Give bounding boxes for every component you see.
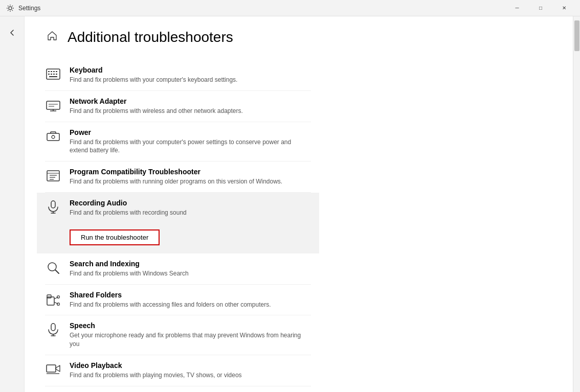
svg-point-20	[52, 135, 55, 139]
back-icon	[9, 30, 15, 36]
network-name: Network Adapter	[70, 97, 311, 105]
main-content: Additional troubleshooters	[25, 16, 573, 392]
troubleshooter-item-compat[interactable]: Program Compatibility Troubleshooter Fin…	[45, 162, 311, 193]
compat-icon	[45, 168, 61, 184]
page-title: Additional troubleshooters	[68, 29, 233, 45]
content-area: Additional troubleshooters	[0, 16, 580, 392]
run-button-container: Run the troubleshooter	[37, 223, 319, 253]
recording-name: Recording Audio	[70, 199, 311, 207]
svg-rect-10	[49, 76, 57, 77]
troubleshooter-item-search[interactable]: Search and Indexing Find and fix problem…	[45, 253, 311, 285]
keyboard-name: Keyboard	[70, 66, 311, 74]
svg-point-29	[48, 263, 56, 271]
maximize-button[interactable]: □	[529, 0, 552, 16]
network-text: Network Adapter Find and fix problems wi…	[70, 97, 311, 116]
svg-rect-32	[47, 295, 51, 298]
keyboard-icon	[45, 66, 61, 82]
video-desc: Find and fix problems with playing movie…	[70, 371, 311, 380]
scrollbar[interactable]	[573, 16, 580, 392]
power-desc: Find and fix problems with your computer…	[70, 138, 311, 155]
minimize-button[interactable]: ─	[505, 0, 529, 16]
svg-point-0	[9, 7, 12, 10]
power-text: Power Find and fix problems with your co…	[70, 128, 311, 155]
run-troubleshooter-button[interactable]: Run the troubleshooter	[70, 229, 160, 245]
search-text: Search and Indexing Find and fix problem…	[70, 260, 311, 278]
home-button[interactable]	[45, 29, 59, 45]
troubleshooter-item-power[interactable]: Power Find and fix problems with your co…	[45, 122, 311, 162]
scrollbar-thumb[interactable]	[574, 20, 579, 51]
compat-desc: Find and fix problems with running older…	[70, 177, 311, 186]
title-bar-left: Settings	[6, 4, 40, 12]
home-icon	[47, 31, 57, 41]
troubleshooter-item-shared[interactable]: Shared Folders Find and fix problems wit…	[45, 285, 311, 316]
svg-rect-6	[48, 74, 50, 75]
title-bar-title: Settings	[18, 5, 40, 12]
title-bar-controls: ─ □ ✕	[505, 0, 576, 16]
shared-desc: Find and fix problems with accessing fil…	[70, 301, 311, 309]
svg-rect-40	[47, 365, 56, 372]
speech-text: Speech Get your microphone ready and fix…	[70, 321, 311, 349]
svg-rect-9	[56, 74, 57, 75]
speech-icon	[45, 321, 61, 338]
search-name: Search and Indexing	[70, 260, 311, 268]
svg-rect-3	[51, 71, 52, 72]
settings-app-icon	[6, 4, 14, 12]
svg-rect-11	[47, 101, 60, 109]
svg-rect-5	[56, 71, 57, 72]
troubleshooter-item-network[interactable]: Network Adapter Find and fix problems wi…	[45, 91, 311, 122]
svg-rect-26	[51, 201, 55, 208]
compat-text: Program Compatibility Troubleshooter Fin…	[70, 168, 311, 186]
search-icon	[45, 260, 61, 276]
recording-icon	[45, 199, 61, 215]
left-nav	[0, 16, 25, 392]
video-name: Video Playback	[70, 361, 311, 370]
troubleshooter-item-speech[interactable]: Speech Get your microphone ready and fix…	[45, 315, 311, 355]
svg-rect-4	[53, 71, 55, 72]
close-button[interactable]: ✕	[552, 0, 576, 16]
svg-rect-8	[53, 74, 55, 75]
speech-name: Speech	[70, 321, 311, 330]
network-desc: Find and fix problems with wireless and …	[70, 107, 311, 116]
svg-rect-37	[51, 324, 55, 331]
search-desc: Find and fix problems with Windows Searc…	[70, 269, 311, 278]
page-header: Additional troubleshooters	[45, 29, 552, 45]
svg-rect-16	[47, 133, 59, 141]
troubleshooter-item-keyboard[interactable]: Keyboard Find and fix problems with your…	[45, 60, 311, 91]
video-icon	[45, 361, 61, 378]
title-bar: Settings ─ □ ✕	[0, 0, 580, 16]
shared-text: Shared Folders Find and fix problems wit…	[70, 291, 311, 309]
power-icon	[45, 128, 61, 145]
speech-desc: Get your microphone ready and fix proble…	[70, 331, 311, 349]
recording-desc: Find and fix problems with recording sou…	[70, 209, 311, 217]
keyboard-desc: Find and fix problems with your computer…	[70, 76, 311, 84]
troubleshooter-item-recording[interactable]: Recording Audio Find and fix problems wi…	[37, 193, 319, 223]
shared-name: Shared Folders	[70, 291, 311, 299]
network-icon	[45, 97, 61, 113]
shared-icon	[45, 291, 61, 307]
compat-name: Program Compatibility Troubleshooter	[70, 168, 311, 176]
video-text: Video Playback Find and fix problems wit…	[70, 361, 311, 380]
svg-rect-7	[51, 74, 52, 75]
power-name: Power	[70, 128, 311, 136]
troubleshooter-item-video[interactable]: Video Playback Find and fix problems wit…	[45, 355, 311, 386]
svg-rect-2	[48, 71, 50, 72]
keyboard-text: Keyboard Find and fix problems with your…	[70, 66, 311, 84]
svg-line-30	[56, 270, 59, 273]
recording-text: Recording Audio Find and fix problems wi…	[70, 199, 311, 217]
back-button[interactable]	[2, 22, 23, 43]
